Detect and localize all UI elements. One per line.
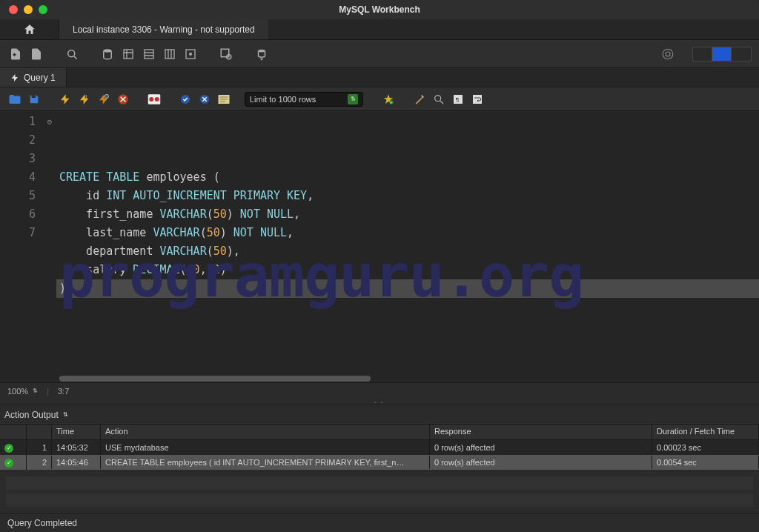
commit-icon[interactable] [178,92,193,107]
connection-tab-bar: Local instance 3306 - Warning - not supp… [0,19,759,40]
line-number-gutter: 1234567 [0,111,43,382]
svg-point-1 [104,49,112,53]
code-area[interactable]: programguru.org CREATE TABLE employees (… [56,111,759,382]
toggle-autocommit-icon[interactable] [147,92,162,107]
svg-text:+: + [390,100,392,104]
execute-current-icon[interactable]: I [77,92,92,107]
connection-tab[interactable]: Local instance 3306 - Warning - not supp… [59,19,268,39]
zoom-chevron-icon[interactable]: ⇅ [33,388,38,394]
create-function-icon[interactable] [182,46,199,62]
home-icon [23,23,36,36]
svg-rect-7 [221,49,229,57]
svg-text:¶: ¶ [456,96,460,103]
svg-point-10 [663,49,673,59]
svg-point-18 [181,95,190,104]
svg-point-0 [68,50,75,56]
main-toolbar [0,40,759,68]
svg-point-9 [259,49,265,52]
favorite-icon[interactable]: + [381,92,396,107]
close-window-button[interactable] [9,5,18,14]
new-sql-tab-icon[interactable] [7,46,24,62]
toggle-output-panel-button[interactable] [732,47,751,61]
col-action[interactable]: Action [101,425,430,439]
toggle-sidebar-button[interactable] [693,47,712,61]
query-tab-bar: Query 1 [0,68,759,87]
rollback-icon[interactable] [197,92,212,107]
explain-icon[interactable] [96,92,111,107]
minimize-window-button[interactable] [24,5,33,14]
svg-rect-3 [145,50,153,59]
query-tab-label: Query 1 [24,73,56,83]
invisible-chars-icon[interactable]: ¶ [451,92,465,107]
zoom-level[interactable]: 100% [7,387,28,396]
connection-tab-label: Local instance 3306 - Warning - not supp… [73,24,255,35]
output-type-select[interactable]: Action Output ⇅ [4,410,68,420]
select-chevron-icon: ⇅ [63,411,68,418]
output-type-label: Action Output [4,410,59,420]
create-view-icon[interactable] [141,46,157,62]
create-table-icon[interactable] [120,46,136,62]
toggle-secondary-sidebar-button[interactable] [712,47,732,61]
toggle-limit-icon[interactable] [216,92,231,107]
col-response[interactable]: Response [430,425,652,439]
panel-toggle-group [692,47,752,61]
search-table-data-icon[interactable] [218,46,234,62]
cursor-position: 3:7 [58,387,69,396]
svg-point-16 [149,97,153,102]
svg-point-11 [666,52,670,56]
svg-point-17 [155,97,159,102]
status-footer: Query Completed [0,513,759,532]
sql-editor[interactable]: 1234567 ⊖ programguru.org CREATE TABLE e… [0,111,759,382]
col-time[interactable]: Time [52,425,101,439]
titlebar: MySQL Workbench [0,0,759,19]
action-output-table: Time Action Response Duration / Fetch Ti… [0,424,759,470]
editor-toolbar: I Limit to 1000 rows ⇅ + ¶ [0,87,759,111]
wrap-icon[interactable] [470,92,485,107]
settings-icon[interactable] [660,46,676,62]
create-procedure-icon[interactable] [162,46,178,62]
col-duration[interactable]: Duration / Fetch Time [652,425,759,439]
svg-text:I: I [85,93,87,99]
output-row[interactable]: ✓214:05:46CREATE TABLE employees ( id IN… [0,455,759,470]
open-file-icon[interactable] [7,92,22,107]
fold-gutter: ⊖ [43,111,56,382]
svg-rect-2 [124,50,133,59]
window-title: MySQL Workbench [339,4,420,15]
horizontal-scrollbar[interactable] [59,375,759,382]
stop-icon[interactable] [116,92,130,107]
output-header-row: Time Action Response Duration / Fetch Ti… [0,424,759,440]
status-text: Query Completed [7,518,77,528]
find-icon[interactable] [431,92,446,107]
editor-statusbar: 100% ⇅ | 3:7 [0,382,759,399]
beautify-icon[interactable] [412,92,427,107]
execute-icon[interactable] [58,92,73,107]
output-panel-header: Action Output ⇅ [0,405,759,424]
output-empty-area [0,470,759,513]
svg-rect-4 [165,50,174,59]
inspector-icon[interactable] [64,46,80,62]
svg-point-14 [105,94,108,98]
lightning-icon [10,73,19,82]
svg-point-6 [189,53,192,56]
svg-rect-12 [32,95,36,97]
output-row[interactable]: ✓114:05:32USE mydatabase0 row(s) affecte… [0,440,759,455]
save-file-icon[interactable] [27,92,42,107]
maximize-window-button[interactable] [39,5,47,14]
row-limit-label: Limit to 1000 rows [250,95,316,104]
reconnect-icon[interactable] [253,46,270,62]
select-chevron-icon: ⇅ [348,94,358,104]
create-schema-icon[interactable] [99,46,116,62]
row-limit-select[interactable]: Limit to 1000 rows ⇅ [245,92,363,107]
open-sql-file-icon[interactable] [28,46,44,62]
app-window: MySQL Workbench Local instance 3306 - Wa… [0,0,759,532]
svg-point-23 [435,95,441,101]
query-tab[interactable]: Query 1 [0,68,67,87]
sash[interactable]: • • [0,399,759,405]
home-tab[interactable] [0,19,59,39]
